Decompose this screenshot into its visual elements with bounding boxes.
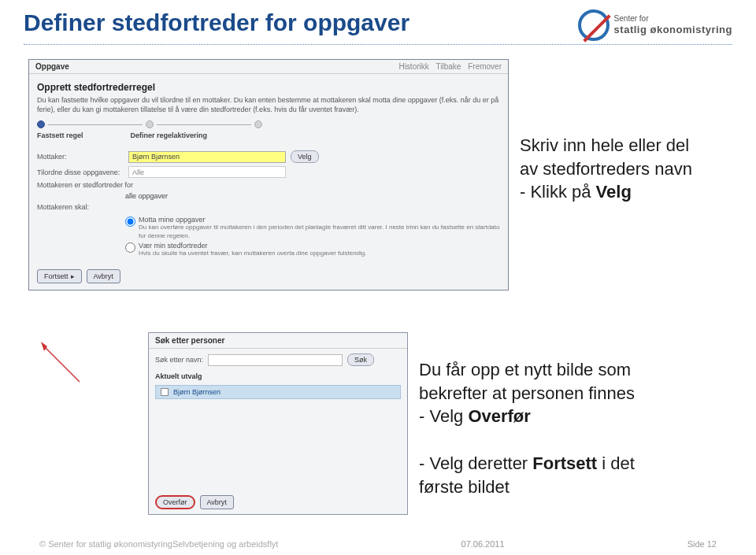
panel-desc: Du kan fastsette hvilke oppgaver du vil …	[29, 96, 508, 120]
radio-stedfortreder-label: Vær min stedfortreder	[139, 242, 367, 250]
search-input[interactable]	[208, 354, 343, 366]
step-3-bullet	[254, 120, 262, 128]
avbryt-button-sub[interactable]: Avbryt	[200, 495, 234, 509]
forward-link[interactable]: Fremover	[468, 62, 502, 71]
pointer-arrow	[28, 346, 76, 378]
step-2-label: Definer regelaktivering	[131, 131, 208, 139]
radio-motta-label: Motta mine oppgaver	[139, 216, 500, 224]
sf-value: alle oppgaver	[125, 192, 168, 200]
search-panel: Søk etter personer Søk etter navn: Søk A…	[148, 332, 408, 515]
radio-stedfortreder[interactable]	[125, 242, 135, 253]
chevron-right-icon: ▸	[71, 272, 75, 280]
search-panel-head: Søk etter personer	[149, 333, 407, 349]
panel-heading: Opprett stedfortrederregel	[29, 74, 508, 96]
panel-top-left: Oppgave	[35, 62, 69, 71]
footer-left: © Senter for statlig økonomistyringSelvb…	[39, 539, 278, 549]
mottaker-label: Mottaker:	[37, 153, 124, 161]
radio-stedfortreder-sub: Hvis du skulle ha uventet fravær, kan mo…	[139, 250, 367, 257]
radio-motta[interactable]	[125, 216, 135, 227]
logo: Senter for statlig økonomistyring	[578, 9, 732, 41]
overfor-button[interactable]: Overfør	[155, 495, 195, 509]
radio-motta-sub: Du kan overføre oppgaver til mottakeren …	[139, 224, 500, 240]
svg-marker-1	[41, 342, 47, 351]
sok-button[interactable]: Søk	[347, 353, 374, 366]
result-name: Bjørn Bjørnsen	[173, 388, 220, 396]
panel-top-right: Historikk Tilbake Fremover	[394, 62, 502, 71]
tilordne-label: Tilordne disse oppgavene:	[37, 168, 124, 176]
step-1-bullet	[37, 120, 45, 128]
search-label: Søk etter navn:	[155, 356, 203, 364]
history-link[interactable]: Historikk	[398, 62, 428, 71]
step-1-label: Fastsett regel	[37, 131, 83, 139]
velg-button[interactable]: Velg	[291, 150, 319, 163]
mottaker-input[interactable]	[128, 151, 286, 163]
tilordne-input[interactable]	[128, 166, 286, 178]
annotation-2: Du får opp et nytt bilde som bekrefter a…	[419, 358, 734, 428]
avbryt-button-main[interactable]: Avbryt	[87, 269, 120, 283]
main-panel: Oppgave Historikk Tilbake Fremover Oppre…	[28, 59, 509, 290]
footer-date: 07.06.2011	[461, 539, 505, 549]
search-sub: Aktuelt utvalg	[149, 371, 407, 382]
logo-icon	[578, 9, 610, 41]
logo-line1: Senter for	[614, 14, 732, 24]
search-result-row[interactable]: Bjørn Bjørnsen	[155, 385, 401, 399]
step-2-bullet	[146, 120, 154, 128]
annotation-3: - Velg deretter Fortsett i det første bi…	[419, 452, 734, 498]
divider	[24, 44, 732, 45]
annotation-1: Skriv inn hele eller del av stedfortrede…	[520, 134, 740, 204]
page-title: Definer stedfortreder for oppgaver	[24, 9, 410, 36]
result-checkbox-icon[interactable]	[161, 388, 169, 396]
logo-line2: statlig økonomistyring	[614, 24, 732, 36]
sf-label: Mottakeren er stedfortreder for	[37, 181, 133, 189]
skal-label: Mottakeren skal:	[37, 203, 124, 211]
wizard-steps	[29, 120, 508, 131]
footer-page: Side 12	[687, 539, 717, 549]
svg-line-0	[44, 346, 80, 382]
back-link[interactable]: Tilbake	[436, 62, 461, 71]
fortsett-button[interactable]: Fortsett▸	[37, 269, 82, 283]
footer: © Senter for statlig økonomistyringSelvb…	[0, 539, 756, 549]
